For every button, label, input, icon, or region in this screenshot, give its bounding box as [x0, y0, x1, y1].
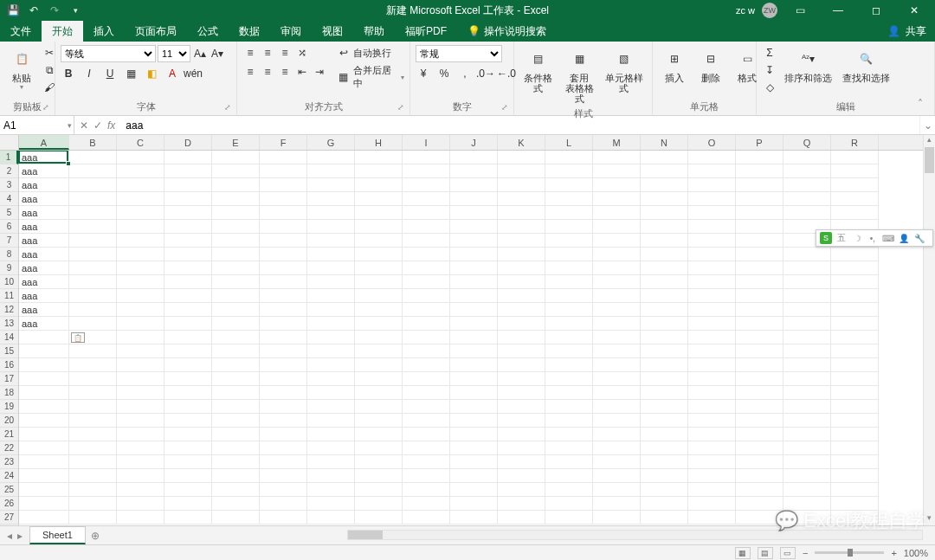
cell-O14[interactable]: [688, 331, 736, 344]
ime-toolbar[interactable]: S 五 ☽ •, ⌨ 👤 🔧: [816, 229, 933, 247]
cell-G26[interactable]: [307, 497, 355, 511]
row-header-12[interactable]: 12: [0, 303, 18, 317]
cell-M14[interactable]: [593, 331, 641, 344]
cells[interactable]: aaaaaaaaaaaaaaaaaaaaaaaaaaaaaaaaaaaaaaa📋: [19, 151, 935, 525]
view-break-icon[interactable]: ▭: [780, 547, 796, 559]
share-area[interactable]: 👤 共享: [887, 21, 935, 42]
zoom-slider[interactable]: [815, 551, 884, 554]
cell-E10[interactable]: [212, 275, 260, 289]
cell-L16[interactable]: [545, 358, 593, 372]
cell-A14[interactable]: [19, 331, 69, 344]
cell-I27[interactable]: [403, 511, 450, 525]
grow-font-icon[interactable]: A▴: [192, 46, 208, 61]
cell-Q8[interactable]: [783, 248, 831, 261]
cell-G15[interactable]: [307, 344, 355, 358]
tab-插入[interactable]: 插入: [83, 21, 125, 42]
sort-filter-button[interactable]: ᴬᶻ▾排序和筛选: [781, 45, 835, 85]
cell-Q23[interactable]: [783, 455, 831, 469]
cell-C1[interactable]: [117, 151, 164, 164]
cell-G12[interactable]: [307, 303, 355, 317]
cell-N17[interactable]: [641, 372, 688, 386]
cell-B18[interactable]: [69, 386, 117, 400]
col-header-J[interactable]: J: [450, 135, 498, 150]
cell-E2[interactable]: [212, 164, 260, 178]
col-header-Q[interactable]: Q: [783, 135, 831, 150]
cell-G27[interactable]: [307, 511, 355, 525]
cell-G10[interactable]: [307, 275, 355, 289]
cell-K15[interactable]: [498, 344, 545, 358]
fill-color-icon[interactable]: ◧: [144, 66, 159, 81]
indent-inc-icon[interactable]: ⇥: [312, 64, 327, 80]
cell-N2[interactable]: [641, 164, 688, 178]
find-select-button[interactable]: 🔍查找和选择: [839, 45, 893, 85]
cell-L26[interactable]: [545, 497, 593, 511]
cell-G7[interactable]: [307, 234, 355, 248]
font-launcher-icon[interactable]: ⤢: [224, 103, 235, 113]
cell-B9[interactable]: [69, 261, 117, 275]
autosum-icon[interactable]: Σ: [762, 45, 777, 61]
cell-O10[interactable]: [688, 275, 736, 289]
cell-P20[interactable]: [736, 414, 783, 428]
fill-icon[interactable]: ↧: [762, 62, 777, 78]
cell-N25[interactable]: [641, 483, 688, 497]
cell-C12[interactable]: [117, 303, 164, 317]
number-launcher-icon[interactable]: ⤢: [501, 103, 512, 113]
cell-R23[interactable]: [831, 455, 879, 469]
cell-P13[interactable]: [736, 317, 783, 331]
row-header-19[interactable]: 19: [0, 400, 18, 414]
col-header-E[interactable]: E: [212, 135, 260, 150]
cell-F12[interactable]: [260, 303, 307, 317]
row-header-6[interactable]: 6: [0, 220, 18, 234]
cell-A2[interactable]: aaa: [19, 164, 69, 178]
cell-L21[interactable]: [545, 428, 593, 441]
row-header-23[interactable]: 23: [0, 455, 18, 469]
row-header-5[interactable]: 5: [0, 206, 18, 220]
cell-H4[interactable]: [355, 192, 403, 206]
zoom-out-icon[interactable]: −: [803, 548, 808, 558]
cell-K12[interactable]: [498, 303, 545, 317]
cell-P17[interactable]: [736, 372, 783, 386]
orientation-icon[interactable]: ⤮: [294, 45, 310, 61]
cell-L6[interactable]: [545, 220, 593, 234]
conditional-format-button[interactable]: ▤条件格式: [519, 45, 557, 95]
zoom-in-icon[interactable]: +: [891, 548, 896, 558]
cell-O15[interactable]: [688, 344, 736, 358]
cell-F22[interactable]: [260, 441, 307, 455]
cell-A22[interactable]: [19, 441, 69, 455]
cell-E5[interactable]: [212, 206, 260, 220]
cell-M10[interactable]: [593, 275, 641, 289]
cell-E19[interactable]: [212, 400, 260, 414]
cell-R17[interactable]: [831, 372, 879, 386]
cell-M12[interactable]: [593, 303, 641, 317]
cell-P25[interactable]: [736, 483, 783, 497]
cell-L4[interactable]: [545, 192, 593, 206]
cell-E11[interactable]: [212, 289, 260, 303]
cell-C24[interactable]: [117, 469, 164, 483]
cell-H10[interactable]: [355, 275, 403, 289]
row-header-17[interactable]: 17: [0, 372, 18, 386]
cell-H5[interactable]: [355, 206, 403, 220]
cell-O13[interactable]: [688, 317, 736, 331]
cell-H21[interactable]: [355, 428, 403, 441]
cell-K6[interactable]: [498, 220, 545, 234]
cell-O18[interactable]: [688, 386, 736, 400]
cell-A1[interactable]: aaa: [19, 151, 69, 164]
cell-F4[interactable]: [260, 192, 307, 206]
cell-Q4[interactable]: [783, 192, 831, 206]
save-icon[interactable]: 💾: [7, 4, 19, 16]
cell-M15[interactable]: [593, 344, 641, 358]
cell-O7[interactable]: [688, 234, 736, 248]
paste-button[interactable]: 📋 粘贴 ▾: [5, 45, 38, 93]
cell-J13[interactable]: [450, 317, 498, 331]
cell-F1[interactable]: [260, 151, 307, 164]
cell-A16[interactable]: [19, 358, 69, 372]
cell-A27[interactable]: [19, 511, 69, 525]
dec-decimal-icon[interactable]: ←.0: [499, 66, 514, 81]
cell-F6[interactable]: [260, 220, 307, 234]
cell-M20[interactable]: [593, 414, 641, 428]
cell-R14[interactable]: [831, 331, 879, 344]
cell-R2[interactable]: [831, 164, 879, 178]
wrap-text-button[interactable]: ↩自动换行: [336, 45, 404, 61]
cell-I13[interactable]: [403, 317, 450, 331]
cell-R24[interactable]: [831, 469, 879, 483]
